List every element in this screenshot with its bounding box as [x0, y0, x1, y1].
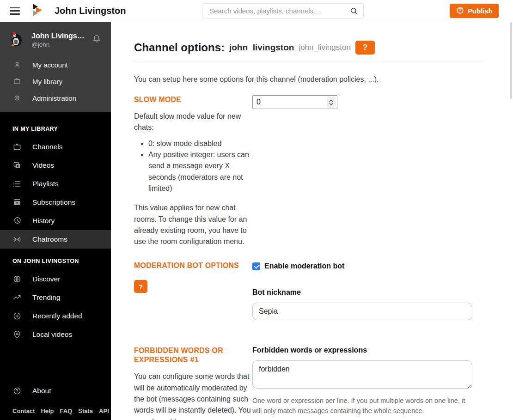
slow-mode-description: Default slow mode value for new chats:: [134, 111, 252, 134]
person-icon: [12, 60, 22, 69]
publish-button[interactable]: Publish: [450, 4, 499, 18]
footer-link-stats[interactable]: Stats: [78, 408, 93, 414]
slow-mode-control-col: [252, 95, 472, 247]
sidebar-item-label: Discover: [32, 275, 60, 283]
notifications-bell-icon[interactable]: [92, 34, 102, 46]
slow-mode-label-col: SLOW MODE Default slow mode value for ne…: [134, 95, 252, 247]
page-title: Channel options:: [134, 41, 225, 54]
home-pin-icon: [12, 330, 22, 339]
sidebar-item-my-account[interactable]: My account: [0, 56, 111, 73]
section-title-in-my-library: IN MY LIBRARY: [0, 126, 111, 132]
upload-icon: [456, 6, 464, 16]
sidebar-item-label: Administration: [32, 94, 76, 102]
enable-bot-label[interactable]: Enable moderation bot: [264, 262, 344, 270]
forbidden-words-helper: One word or expression per line. If you …: [252, 396, 472, 416]
search-box: [202, 3, 364, 18]
sidebar-item-label: Playlists: [32, 180, 59, 188]
sidebar-item-channels[interactable]: Channels: [0, 138, 111, 156]
bot-nickname-input[interactable]: [252, 303, 472, 320]
footer-link-contact[interactable]: Contact: [12, 408, 35, 414]
sidebar-item-label: Local videos: [32, 330, 72, 339]
sidebar-item-subscriptions[interactable]: Subscriptions: [0, 193, 111, 212]
main-content: Channel options: john_livingston john_li…: [111, 22, 513, 420]
forbidden-words-label-col: FORBIDDEN WORDS OR EXPRESSIONS #1 You ca…: [134, 346, 252, 420]
search-icon[interactable]: [349, 6, 359, 18]
instance-brand[interactable]: John Livingston: [33, 4, 126, 18]
sidebar-item-label: Chatrooms: [32, 235, 67, 243]
search-input[interactable]: [202, 4, 363, 18]
trending-icon: [12, 293, 22, 302]
sidebar-item-label: Trending: [32, 293, 61, 302]
top-bar: John Livingston Publish: [0, 0, 513, 22]
footer-link-help[interactable]: Help: [41, 408, 54, 414]
moderation-bot-heading: MODERATION BOT OPTIONS: [134, 261, 252, 270]
sidebar-item-videos[interactable]: Videos: [0, 156, 111, 175]
avatar: [7, 30, 26, 50]
sidebar-sections: IN MY LIBRARY Channels Videos: [0, 112, 111, 420]
sidebar-item-history[interactable]: History: [0, 212, 111, 230]
peertube-logo-icon: [33, 4, 43, 18]
sidebar-footer: About Contact Help FAQ Stats API: [0, 382, 111, 420]
forbidden-words-heading: FORBIDDEN WORDS OR EXPRESSIONS #1: [134, 346, 240, 365]
channel-display-name: john_livingston: [299, 43, 350, 52]
scrollbar[interactable]: [510, 22, 512, 99]
slow-mode-row: SLOW MODE Default slow mode value for ne…: [134, 95, 483, 247]
sidebar-item-administration[interactable]: Administration: [0, 90, 111, 106]
intro-text: You can setup here some options for this…: [134, 75, 483, 84]
section-title-on-instance: ON JOHN LIVINGSTON: [0, 258, 111, 264]
slow-mode-bullet: Any positive integer: users can send a m…: [148, 149, 252, 194]
moderation-bot-help-button[interactable]: ?: [134, 280, 147, 293]
forbidden-words-control-col: Forbidden words or expressions forbidden…: [252, 346, 472, 420]
sidebar-item-my-library[interactable]: My library: [0, 73, 111, 90]
gear-icon: [12, 93, 22, 103]
publish-label: Publish: [468, 7, 493, 15]
slow-mode-number-field: [252, 95, 337, 109]
sidebar-item-label: Channels: [32, 143, 63, 151]
user-zone[interactable]: John Livings… @john: [0, 22, 111, 55]
slow-mode-note: This value applies for new chat rooms. T…: [134, 202, 252, 247]
slow-mode-bullets: 0: slow mode disabled Any positive integ…: [134, 138, 252, 195]
sidebar-item-about[interactable]: About: [0, 382, 111, 400]
forbidden-words-row: FORBIDDEN WORDS OR EXPRESSIONS #1 You ca…: [134, 346, 483, 420]
hamburger-menu-icon[interactable]: [10, 7, 20, 15]
footer-link-faq[interactable]: FAQ: [60, 408, 73, 414]
sidebar-item-label: My library: [32, 78, 62, 85]
sidebar-item-label: Videos: [32, 161, 54, 170]
sidebar-item-local-videos[interactable]: Local videos: [0, 325, 111, 344]
slow-mode-bullet: 0: slow mode disabled: [148, 138, 252, 149]
sidebar-item-trending[interactable]: Trending: [0, 288, 111, 307]
user-handle: @john: [31, 41, 92, 48]
sidebar-item-label: About: [32, 387, 51, 395]
footer-links: Contact Help FAQ Stats API: [0, 400, 111, 415]
sidebar-item-playlists[interactable]: Playlists: [0, 175, 111, 193]
footer-link-api[interactable]: API: [99, 408, 109, 414]
plus-circle-icon: [12, 311, 22, 321]
playlist-icon: [12, 179, 22, 189]
sidebar-item-label: Subscriptions: [32, 198, 75, 207]
enable-bot-checkbox[interactable]: [252, 262, 260, 270]
sidebar-item-chatrooms[interactable]: Chatrooms: [0, 230, 111, 249]
subscriptions-icon: [12, 198, 22, 207]
forbidden-words-field-label: Forbidden words or expressions: [252, 346, 472, 354]
forbidden-words-textarea[interactable]: forbidden: [252, 360, 472, 389]
instance-title: John Livingston: [55, 6, 126, 16]
history-clock-icon: [12, 216, 22, 225]
globe-icon: [12, 274, 22, 284]
help-button[interactable]: ?: [355, 41, 375, 55]
sidebar-item-label: My account: [32, 61, 68, 69]
channel-name: john_livingston: [229, 43, 294, 53]
sidebar-item-discover[interactable]: Discover: [0, 270, 111, 288]
user-name: John Livings…: [31, 32, 92, 40]
videos-icon: [12, 161, 22, 170]
divider: [134, 62, 483, 62]
moderation-bot-control-col: Enable moderation bot Bot nickname: [252, 261, 472, 320]
slow-mode-input[interactable]: [252, 95, 337, 109]
sidebar-item-recently-added[interactable]: Recently added: [0, 307, 111, 325]
forbidden-words-description: You can configure some words that will b…: [134, 371, 252, 420]
broadcast-icon: [12, 235, 22, 244]
tv-icon: [12, 142, 22, 152]
page-head: Channel options: john_livingston john_li…: [134, 41, 483, 55]
number-spinner[interactable]: [327, 97, 336, 108]
moderation-bot-row: MODERATION BOT OPTIONS ? Enable moderati…: [134, 261, 483, 320]
moderation-bot-label-col: MODERATION BOT OPTIONS ?: [134, 261, 252, 320]
